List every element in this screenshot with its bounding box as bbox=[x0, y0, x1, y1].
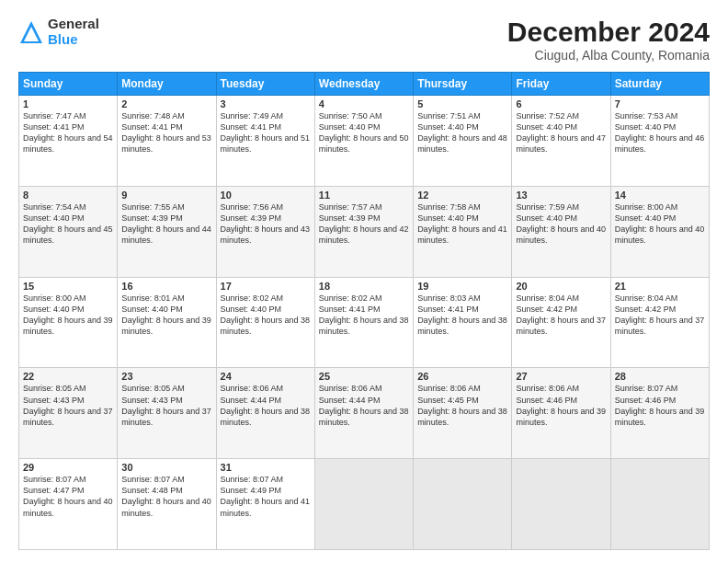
table-row: 20 Sunrise: 8:04 AMSunset: 4:42 PMDaylig… bbox=[512, 277, 610, 368]
day-number: 6 bbox=[516, 98, 606, 109]
day-number: 24 bbox=[221, 371, 311, 382]
day-number: 19 bbox=[417, 281, 507, 292]
table-row: 8 Sunrise: 7:54 AMSunset: 4:40 PMDayligh… bbox=[19, 186, 118, 277]
col-thursday: Thursday bbox=[414, 73, 512, 96]
col-friday: Friday bbox=[512, 73, 610, 96]
cell-info: Sunrise: 8:02 AMSunset: 4:40 PMDaylight:… bbox=[221, 293, 311, 336]
table-row: 15 Sunrise: 8:00 AMSunset: 4:40 PMDaylig… bbox=[19, 277, 118, 368]
table-row: 2 Sunrise: 7:48 AMSunset: 4:41 PMDayligh… bbox=[118, 96, 216, 187]
cell-info: Sunrise: 8:07 AMSunset: 4:49 PMDaylight:… bbox=[221, 475, 311, 517]
table-row: 29 Sunrise: 8:07 AMSunset: 4:47 PMDaylig… bbox=[19, 459, 118, 550]
col-sunday: Sunday bbox=[19, 73, 118, 96]
header: General Blue December 2024 Ciugud, Alba … bbox=[18, 17, 710, 63]
day-number: 13 bbox=[516, 190, 606, 201]
day-number: 15 bbox=[23, 281, 113, 292]
day-number: 17 bbox=[221, 281, 311, 292]
calendar-week-row: 29 Sunrise: 8:07 AMSunset: 4:47 PMDaylig… bbox=[19, 459, 710, 550]
calendar-week-row: 15 Sunrise: 8:00 AMSunset: 4:40 PMDaylig… bbox=[19, 277, 710, 368]
day-number: 27 bbox=[516, 371, 606, 382]
cell-info: Sunrise: 7:54 AMSunset: 4:40 PMDaylight:… bbox=[23, 202, 113, 245]
cell-info: Sunrise: 7:53 AMSunset: 4:40 PMDaylight:… bbox=[615, 111, 705, 154]
day-number: 18 bbox=[319, 281, 409, 292]
table-row: 5 Sunrise: 7:51 AMSunset: 4:40 PMDayligh… bbox=[414, 96, 512, 187]
cell-info: Sunrise: 8:06 AMSunset: 4:46 PMDaylight:… bbox=[516, 384, 606, 426]
calendar-subtitle: Ciugud, Alba County, Romania bbox=[507, 48, 710, 63]
cell-info: Sunrise: 8:07 AMSunset: 4:46 PMDaylight:… bbox=[615, 384, 705, 426]
table-row bbox=[414, 459, 512, 550]
table-row: 26 Sunrise: 8:06 AMSunset: 4:45 PMDaylig… bbox=[414, 368, 512, 459]
calendar-header-row: Sunday Monday Tuesday Wednesday Thursday… bbox=[19, 73, 710, 96]
table-row: 11 Sunrise: 7:57 AMSunset: 4:39 PMDaylig… bbox=[314, 186, 413, 277]
calendar-title: December 2024 bbox=[507, 17, 710, 48]
cell-info: Sunrise: 8:00 AMSunset: 4:40 PMDaylight:… bbox=[615, 202, 705, 245]
day-number: 23 bbox=[121, 371, 211, 382]
cell-info: Sunrise: 7:59 AMSunset: 4:40 PMDaylight:… bbox=[516, 202, 606, 245]
cell-info: Sunrise: 8:07 AMSunset: 4:47 PMDaylight:… bbox=[23, 475, 113, 517]
table-row: 10 Sunrise: 7:56 AMSunset: 4:39 PMDaylig… bbox=[216, 186, 314, 277]
cell-info: Sunrise: 8:06 AMSunset: 4:44 PMDaylight:… bbox=[221, 384, 311, 426]
cell-info: Sunrise: 7:52 AMSunset: 4:40 PMDaylight:… bbox=[516, 111, 606, 154]
day-number: 1 bbox=[23, 98, 113, 109]
day-number: 14 bbox=[615, 190, 705, 201]
cell-info: Sunrise: 8:04 AMSunset: 4:42 PMDaylight:… bbox=[615, 293, 705, 336]
cell-info: Sunrise: 8:02 AMSunset: 4:41 PMDaylight:… bbox=[319, 293, 409, 336]
logo-icon bbox=[18, 19, 44, 45]
table-row bbox=[512, 459, 610, 550]
col-wednesday: Wednesday bbox=[314, 73, 413, 96]
cell-info: Sunrise: 8:05 AMSunset: 4:43 PMDaylight:… bbox=[121, 384, 211, 426]
cell-info: Sunrise: 7:48 AMSunset: 4:41 PMDaylight:… bbox=[121, 111, 211, 154]
cell-info: Sunrise: 7:50 AMSunset: 4:40 PMDaylight:… bbox=[319, 111, 409, 154]
day-number: 31 bbox=[221, 462, 311, 473]
table-row bbox=[314, 459, 413, 550]
day-number: 22 bbox=[23, 371, 113, 382]
day-number: 5 bbox=[417, 98, 507, 109]
table-row: 14 Sunrise: 8:00 AMSunset: 4:40 PMDaylig… bbox=[610, 186, 709, 277]
logo-line2: Blue bbox=[48, 32, 99, 48]
table-row: 22 Sunrise: 8:05 AMSunset: 4:43 PMDaylig… bbox=[19, 368, 118, 459]
table-row: 17 Sunrise: 8:02 AMSunset: 4:40 PMDaylig… bbox=[216, 277, 314, 368]
calendar-week-row: 22 Sunrise: 8:05 AMSunset: 4:43 PMDaylig… bbox=[19, 368, 710, 459]
cell-info: Sunrise: 7:49 AMSunset: 4:41 PMDaylight:… bbox=[221, 111, 311, 154]
day-number: 30 bbox=[121, 462, 211, 473]
day-number: 25 bbox=[319, 371, 409, 382]
calendar-week-row: 1 Sunrise: 7:47 AMSunset: 4:41 PMDayligh… bbox=[19, 96, 710, 187]
col-saturday: Saturday bbox=[610, 73, 709, 96]
logo-text: General Blue bbox=[48, 17, 99, 47]
table-row: 27 Sunrise: 8:06 AMSunset: 4:46 PMDaylig… bbox=[512, 368, 610, 459]
table-row: 19 Sunrise: 8:03 AMSunset: 4:41 PMDaylig… bbox=[414, 277, 512, 368]
table-row: 25 Sunrise: 8:06 AMSunset: 4:44 PMDaylig… bbox=[314, 368, 413, 459]
table-row: 18 Sunrise: 8:02 AMSunset: 4:41 PMDaylig… bbox=[314, 277, 413, 368]
table-row: 12 Sunrise: 7:58 AMSunset: 4:40 PMDaylig… bbox=[414, 186, 512, 277]
cell-info: Sunrise: 8:01 AMSunset: 4:40 PMDaylight:… bbox=[121, 293, 211, 336]
cell-info: Sunrise: 8:04 AMSunset: 4:42 PMDaylight:… bbox=[516, 293, 606, 336]
day-number: 8 bbox=[23, 190, 113, 201]
day-number: 9 bbox=[121, 190, 211, 201]
day-number: 20 bbox=[516, 281, 606, 292]
cell-info: Sunrise: 8:06 AMSunset: 4:45 PMDaylight:… bbox=[417, 384, 507, 426]
table-row: 1 Sunrise: 7:47 AMSunset: 4:41 PMDayligh… bbox=[19, 96, 118, 187]
table-row: 24 Sunrise: 8:06 AMSunset: 4:44 PMDaylig… bbox=[216, 368, 314, 459]
cell-info: Sunrise: 8:03 AMSunset: 4:41 PMDaylight:… bbox=[417, 293, 507, 336]
day-number: 3 bbox=[221, 98, 311, 109]
table-row: 9 Sunrise: 7:55 AMSunset: 4:39 PMDayligh… bbox=[118, 186, 216, 277]
day-number: 16 bbox=[121, 281, 211, 292]
day-number: 29 bbox=[23, 462, 113, 473]
cell-info: Sunrise: 8:07 AMSunset: 4:48 PMDaylight:… bbox=[121, 475, 211, 517]
cell-info: Sunrise: 7:47 AMSunset: 4:41 PMDaylight:… bbox=[23, 111, 113, 154]
table-row: 28 Sunrise: 8:07 AMSunset: 4:46 PMDaylig… bbox=[610, 368, 709, 459]
table-row: 21 Sunrise: 8:04 AMSunset: 4:42 PMDaylig… bbox=[610, 277, 709, 368]
calendar-week-row: 8 Sunrise: 7:54 AMSunset: 4:40 PMDayligh… bbox=[19, 186, 710, 277]
table-row: 7 Sunrise: 7:53 AMSunset: 4:40 PMDayligh… bbox=[610, 96, 709, 187]
day-number: 21 bbox=[615, 281, 705, 292]
table-row: 3 Sunrise: 7:49 AMSunset: 4:41 PMDayligh… bbox=[216, 96, 314, 187]
col-tuesday: Tuesday bbox=[216, 73, 314, 96]
cell-info: Sunrise: 8:00 AMSunset: 4:40 PMDaylight:… bbox=[23, 293, 113, 336]
day-number: 10 bbox=[221, 190, 311, 201]
cell-info: Sunrise: 7:51 AMSunset: 4:40 PMDaylight:… bbox=[417, 111, 507, 154]
day-number: 26 bbox=[417, 371, 507, 382]
day-number: 28 bbox=[615, 371, 705, 382]
table-row: 13 Sunrise: 7:59 AMSunset: 4:40 PMDaylig… bbox=[512, 186, 610, 277]
cell-info: Sunrise: 7:56 AMSunset: 4:39 PMDaylight:… bbox=[221, 202, 311, 245]
day-number: 4 bbox=[319, 98, 409, 109]
table-row: 31 Sunrise: 8:07 AMSunset: 4:49 PMDaylig… bbox=[216, 459, 314, 550]
